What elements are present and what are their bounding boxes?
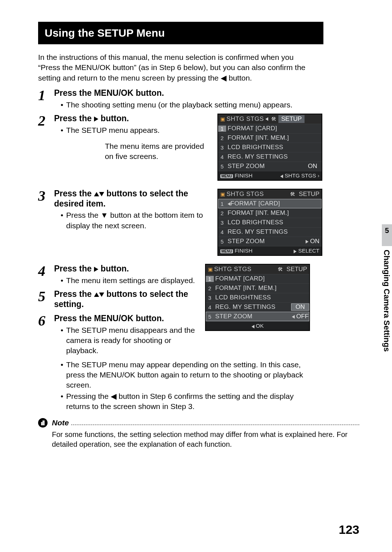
step-bullet: Press the ▼ button at the bottom item to…	[54, 210, 214, 231]
lcd-row-label: FORMAT [CARD]	[214, 275, 309, 282]
lcd-row-label: STEP ZOOM	[226, 163, 303, 170]
menu-tag-icon: MENU	[220, 249, 233, 253]
lcd-row-label: LCD BRIGHTNESS	[226, 144, 322, 151]
camera-icon: ▣	[208, 266, 213, 272]
lcd-row-label: REG. MY SETTINGS	[226, 228, 322, 236]
lcd-footer-finish: FINISH	[234, 172, 252, 179]
left-arrow-icon	[265, 117, 268, 121]
step-3: 3 Press the buttons to select the desire…	[38, 189, 359, 261]
up-arrow-icon	[94, 192, 99, 196]
lcd-row-num: 1	[206, 276, 214, 282]
step-1: 1 Press the MENU/OK button. The shooting…	[38, 88, 359, 111]
lcd-row-num: 4	[218, 154, 226, 160]
step-number: 2	[38, 114, 54, 186]
left-arrow-icon	[228, 202, 230, 206]
lcd-row-label: FORMAT [INT. MEM.]	[214, 285, 309, 292]
lcd-row-num: 4	[218, 229, 226, 235]
page-number: 123	[339, 523, 359, 537]
lcd-row-label: FORMAT [CARD]	[226, 200, 322, 207]
step-bullet: The SETUP menu appears.	[54, 125, 214, 135]
lcd-row-value: ON	[303, 163, 322, 170]
wrench-icon: 🛠	[278, 266, 283, 272]
note-icon	[38, 418, 48, 428]
lcd-row-label: FORMAT [INT. MEM.]	[226, 134, 322, 142]
right-arrow-icon	[306, 240, 309, 244]
camera-icon: ▣	[220, 191, 225, 197]
chapter-number-box: 5	[382, 224, 392, 246]
step-bullet: The menu item settings are displayed.	[54, 275, 201, 286]
note-body: For some functions, the setting selectio…	[52, 430, 359, 449]
lcd-row-label: REG. MY SETTINGS	[226, 153, 322, 160]
intro-paragraph: In the instructions of this manual, the …	[38, 52, 310, 83]
step-title: Press the buttons to select the setting.	[54, 289, 201, 309]
step-number: 3	[38, 189, 54, 261]
lcd-row-num: 3	[218, 220, 226, 226]
lcd-tab-setup: SETUP	[286, 266, 307, 273]
step-bullet: The SETUP menu disappears and the camera…	[54, 325, 201, 356]
camera-icon: ▣	[220, 116, 225, 122]
down-arrow-icon	[99, 293, 104, 297]
lcd-footer-finish: FINISH	[234, 248, 252, 254]
lcd-row-label: STEP ZOOM	[226, 238, 303, 245]
step-bullet: The SETUP menu may appear depending on t…	[54, 360, 315, 391]
step-title: Press the button.	[54, 264, 201, 274]
lcd-row-num: 3	[206, 295, 214, 301]
wrench-icon: 🛠	[271, 116, 276, 122]
lcd-screenshot-3: ▣ SHTG STGS 🛠 SETUP 1FORMAT [CARD] 2FORM…	[205, 264, 310, 331]
right-arrow-icon	[94, 116, 98, 122]
menu-tag-icon: MENU	[220, 174, 233, 178]
lcd-row-num: 2	[206, 285, 214, 291]
lcd-row-num: 3	[218, 144, 226, 151]
lcd-row-label: STEP ZOOM	[214, 313, 291, 320]
up-arrow-icon	[94, 293, 99, 297]
lcd-footer-nav: SHTG STGS ›	[280, 172, 319, 179]
lcd-screenshot-1: ▣ SHTG STGS 🛠 SETUP 1FORMAT [CARD] 2FORM…	[217, 114, 322, 181]
note-label: Note	[52, 418, 69, 427]
lcd-screenshot-2: ▣ SHTG STGS 🛠 SETUP 1FORMAT [CARD] 2FORM…	[217, 189, 322, 256]
right-arrow-icon	[94, 267, 98, 272]
lcd-caption: The menu items are provided on five scre…	[105, 141, 214, 162]
step-bullet: Pressing the ◀ button in Step 6 confirms…	[54, 391, 315, 412]
lcd-row-label: LCD BRIGHTNESS	[214, 294, 309, 301]
lcd-row-num: 2	[218, 210, 226, 216]
lcd-footer-select: SELECT	[294, 248, 319, 254]
step-4: 4 Press the button. The menu item settin…	[38, 264, 201, 286]
lcd-row-label: LCD BRIGHTNESS	[226, 219, 322, 226]
section-title: Using the SETUP Menu	[38, 22, 323, 44]
lcd-tab-shtg: SHTG STGS	[214, 266, 252, 273]
step-bullet: The shooting setting menu (or the playba…	[54, 100, 359, 110]
lcd-row-num: 4	[206, 304, 214, 310]
lcd-row-label: FORMAT [INT. MEM.]	[226, 209, 322, 217]
step-5: 5 Press the buttons to select the settin…	[38, 289, 201, 311]
step-6: 6 Press the MENU/OK button. The SETUP me…	[38, 314, 201, 357]
lcd-row-label: FORMAT [CARD]	[226, 125, 322, 132]
lcd-row-label: REG. MY SETTINGS	[214, 303, 291, 311]
lcd-row-num: 1	[218, 126, 226, 132]
chapter-side-tab: 5 Changing Camera Settings	[377, 224, 392, 369]
step-number: 6	[38, 314, 54, 357]
lcd-tab-shtg: SHTG STGS	[226, 115, 264, 123]
note-divider	[71, 421, 359, 425]
lcd-row-num: 5	[218, 238, 226, 245]
step-number: 5	[38, 289, 54, 311]
step-title: Press the buttons to select the desired …	[54, 189, 214, 209]
step-title: Press the button.	[54, 114, 214, 124]
step-title: Press the MENU/OK button.	[54, 314, 201, 324]
wrench-icon: 🛠	[290, 191, 295, 197]
lcd-tab-setup: SETUP	[299, 191, 319, 198]
lcd-tab-shtg: SHTG STGS	[226, 191, 264, 198]
lcd-row-num: 1	[218, 201, 226, 207]
lcd-tab-setup: SETUP	[278, 115, 305, 123]
step-2: 2 Press the button. The SETUP menu appea…	[38, 114, 359, 186]
step-number: 4	[38, 264, 54, 286]
lcd-row-value: ON	[303, 238, 322, 245]
chapter-title-vertical: Changing Camera Settings	[382, 250, 391, 352]
left-arrow-icon	[292, 315, 295, 319]
lcd-row-num: 2	[218, 135, 226, 141]
lcd-row-value: OFF	[291, 313, 309, 320]
note-header: Note	[38, 418, 359, 428]
down-arrow-icon	[99, 192, 104, 196]
lcd-row-value: ON	[291, 303, 309, 311]
lcd-footer-ok: OK	[252, 323, 264, 329]
step-number: 1	[38, 88, 54, 111]
